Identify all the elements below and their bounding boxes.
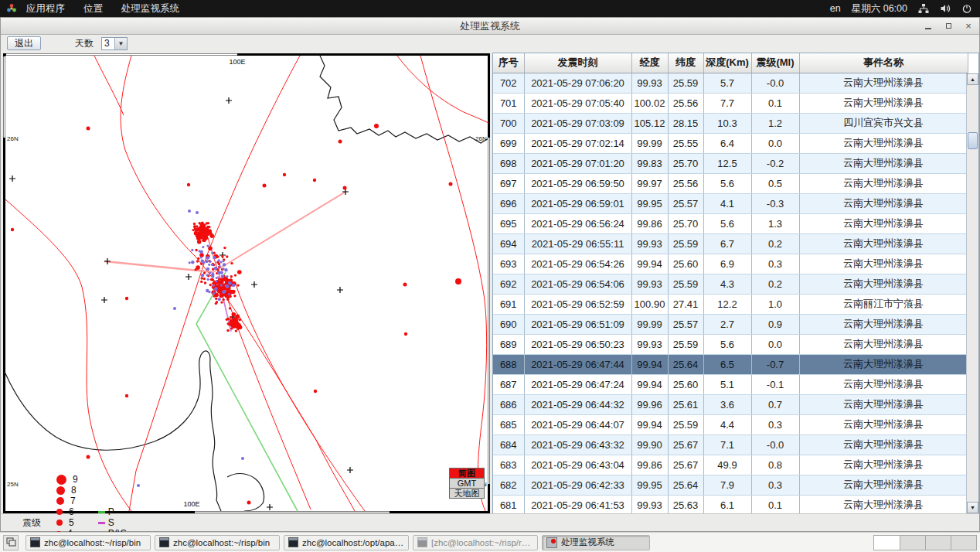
cell-depth: 49.9: [703, 455, 751, 475]
col-longitude[interactable]: 经度: [631, 53, 668, 73]
cell-depth: 4.1: [703, 193, 751, 213]
event-row[interactable]: 693 2021-05-29 06:54:26 99.94 25.60 6.9 …: [493, 254, 968, 274]
event-row[interactable]: 689 2021-05-29 06:50:23 99.93 25.59 5.6 …: [493, 334, 968, 354]
terminal-icon: [417, 537, 427, 547]
event-row[interactable]: 683 2021-05-29 06:43:04 99.86 25.67 49.9…: [493, 455, 968, 475]
magnitude-legend-bar: 震级 987654321 PSP&S: [1, 513, 979, 531]
scroll-up-button[interactable]: ▲: [967, 73, 978, 85]
cell-origin-time: 2021-05-29 07:03:09: [524, 113, 631, 133]
cell-magnitude: -0.1: [751, 374, 799, 394]
map-panel[interactable]: 100E 100E 26N 26N 25N 25N 简图 GMT 天地图: [1, 53, 492, 514]
scrollbar-thumb[interactable]: [968, 132, 978, 149]
taskbar-button[interactable]: [zhc@localhost:~/risp/reds_view]: [413, 535, 538, 550]
event-row[interactable]: 686 2021-05-29 06:44:32 99.96 25.61 3.6 …: [493, 394, 968, 414]
cell-depth: 6.5: [703, 354, 751, 374]
workspace-cell[interactable]: [900, 536, 925, 550]
window-list-icon[interactable]: [3, 535, 19, 550]
cell-magnitude: 1.0: [751, 294, 799, 314]
workspace-cell[interactable]: [951, 536, 976, 550]
event-row[interactable]: 695 2021-05-29 06:56:24 99.86 25.70 5.6 …: [493, 213, 968, 233]
workspace-cell[interactable]: [925, 536, 951, 550]
workspace-cell[interactable]: [874, 536, 900, 550]
event-row[interactable]: 700 2021-05-29 07:03:09 105.12 28.15 10.…: [493, 113, 968, 133]
cell-serial: 681: [493, 495, 524, 514]
keyboard-layout-indicator[interactable]: en: [830, 3, 841, 14]
taskbar-button[interactable]: 处理监视系统: [542, 535, 650, 550]
cell-longitude: 99.97: [631, 173, 668, 193]
phase-dash-icon: [98, 511, 105, 513]
event-row[interactable]: 684 2021-05-29 06:43:32 99.90 25.67 7.1 …: [493, 434, 968, 455]
cell-magnitude: 0.0: [751, 133, 799, 153]
col-depth[interactable]: 深度(Km): [703, 53, 751, 73]
col-latitude[interactable]: 纬度: [668, 53, 703, 73]
seismic-map[interactable]: 100E 100E 26N 26N 25N 25N: [3, 53, 490, 513]
cell-event-name: 云南大理州漾濞县: [799, 233, 968, 254]
minimize-button[interactable]: [922, 20, 934, 32]
col-event-name[interactable]: 事件名称: [799, 53, 968, 73]
legend-title: 震级: [22, 516, 41, 530]
volume-icon[interactable]: [940, 3, 951, 14]
cell-longitude: 105.12: [631, 113, 668, 133]
event-row[interactable]: 702 2021-05-29 07:06:20 99.93 25.59 5.7 …: [493, 73, 968, 93]
distro-menu-icon: [6, 3, 17, 14]
cell-serial: 695: [493, 213, 524, 233]
station-markers: [9, 97, 353, 510]
chevron-down-icon[interactable]: ▼: [114, 38, 127, 49]
event-row[interactable]: 687 2021-05-29 06:47:24 99.94 25.60 5.1 …: [493, 374, 968, 394]
days-combobox[interactable]: 3 ▼: [101, 37, 128, 50]
cell-latitude: 25.57: [668, 193, 703, 213]
cell-event-name: 云南大理州漾濞县: [799, 213, 968, 233]
event-row[interactable]: 682 2021-05-29 06:42:33 99.95 25.64 7.9 …: [493, 475, 968, 495]
taskbar-button[interactable]: zhc@localhost:/opt/apache-activem…: [284, 535, 409, 550]
exit-button[interactable]: 退出: [7, 36, 41, 50]
event-row[interactable]: 681 2021-05-29 06:41:53 99.93 25.63 6.1 …: [493, 495, 968, 514]
close-button[interactable]: ×: [962, 20, 975, 32]
cell-origin-time: 2021-05-29 06:52:59: [524, 294, 631, 314]
event-row[interactable]: 696 2021-05-29 06:59:01 99.95 25.57 4.1 …: [493, 193, 968, 213]
event-row[interactable]: 692 2021-05-29 06:54:06 99.93 25.59 4.3 …: [493, 274, 968, 294]
col-serial[interactable]: 序号: [493, 53, 524, 73]
layer-button-tianditu[interactable]: 天地图: [449, 488, 485, 499]
scroll-down-button[interactable]: ▼: [967, 502, 978, 513]
maximize-button[interactable]: [942, 20, 954, 32]
cell-depth: 2.7: [703, 314, 751, 334]
event-row[interactable]: 694 2021-05-29 06:55:11 99.93 25.59 6.7 …: [493, 233, 968, 254]
cell-magnitude: 0.3: [751, 254, 799, 274]
phase-lines: [104, 192, 345, 511]
workspace-switcher[interactable]: [873, 535, 977, 550]
menu-current-app[interactable]: 处理监视系统: [112, 0, 189, 17]
window-controls: ×: [922, 18, 975, 34]
col-origin-time[interactable]: 发震时刻: [524, 53, 631, 73]
menu-places[interactable]: 位置: [74, 0, 112, 17]
network-icon[interactable]: [918, 3, 929, 14]
clock[interactable]: 星期六 06:00: [852, 2, 907, 15]
cell-magnitude: -0.3: [751, 193, 799, 213]
cell-origin-time: 2021-05-29 07:05:40: [524, 93, 631, 113]
event-row[interactable]: 699 2021-05-29 07:02:14 99.99 25.55 6.4 …: [493, 133, 968, 153]
vertical-scrollbar[interactable]: ▲ ▼: [966, 73, 978, 513]
event-row[interactable]: 688 2021-05-29 06:47:44 99.94 25.64 6.5 …: [493, 354, 968, 374]
event-row[interactable]: 690 2021-05-29 06:51:09 99.99 25.57 2.7 …: [493, 314, 968, 334]
titlebar[interactable]: 处理监视系统 ×: [1, 18, 979, 35]
taskbar-button[interactable]: zhc@localhost:~/risp/bin: [155, 535, 280, 550]
layer-button-gmt[interactable]: GMT: [449, 478, 485, 489]
event-row[interactable]: 697 2021-05-29 06:59:50 99.97 25.56 5.6 …: [493, 173, 968, 193]
event-row[interactable]: 698 2021-05-29 07:01:20 99.83 25.70 12.5…: [493, 153, 968, 173]
event-table-header: 序号 发震时刻 经度 纬度 深度(Km) 震级(Ml) 事件名称: [493, 53, 968, 73]
cell-latitude: 27.41: [668, 294, 703, 314]
p-line: [196, 272, 298, 511]
col-magnitude[interactable]: 震级(Ml): [751, 53, 799, 73]
cell-longitude: 99.93: [631, 233, 668, 254]
cell-serial: 693: [493, 254, 524, 274]
event-row[interactable]: 691 2021-05-29 06:52:59 100.90 27.41 12.…: [493, 294, 968, 314]
event-row[interactable]: 701 2021-05-29 07:05:40 100.02 25.56 7.7…: [493, 93, 968, 113]
cell-magnitude: -0.0: [751, 73, 799, 93]
layer-button-sketch[interactable]: 简图: [449, 468, 485, 479]
event-row[interactable]: 685 2021-05-29 06:44:07 99.94 25.59 4.4 …: [493, 414, 968, 434]
taskbar-button[interactable]: zhc@localhost:~/risp/bin: [26, 535, 151, 550]
power-icon[interactable]: [961, 3, 972, 14]
menu-applications[interactable]: 应用程序: [17, 0, 74, 17]
magnitude-dot-icon: [56, 509, 63, 515]
cell-latitude: 25.61: [668, 394, 703, 414]
app-window: 处理监视系统 × 退出 天数 3 ▼: [0, 17, 980, 532]
